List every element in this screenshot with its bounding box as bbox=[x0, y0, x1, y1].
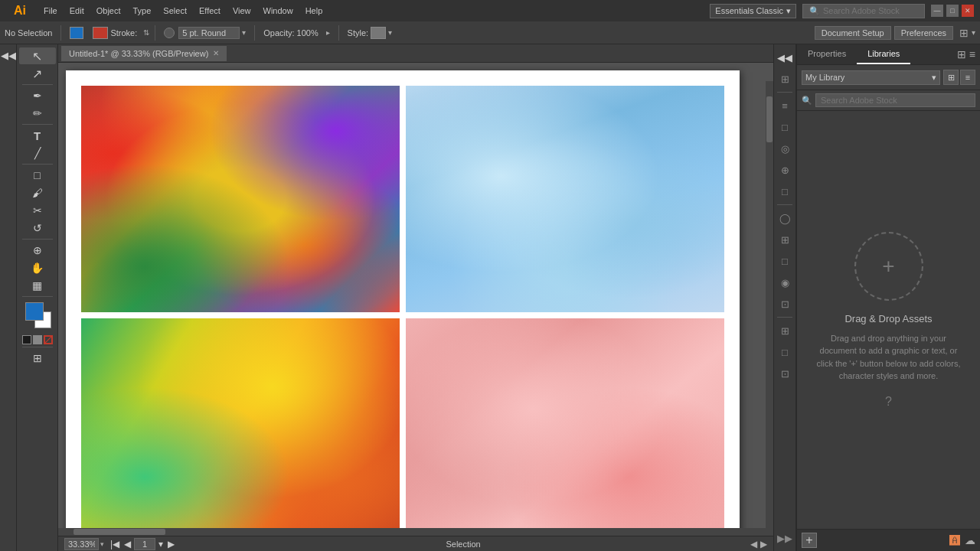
zoom-input[interactable] bbox=[64, 538, 99, 550]
menu-type[interactable]: Type bbox=[128, 5, 157, 17]
nav-dropdown-button[interactable]: ▾ bbox=[157, 539, 165, 549]
page-input[interactable] bbox=[134, 538, 155, 550]
opacity-arrow-icon[interactable]: ▸ bbox=[326, 28, 330, 37]
fill-color-swatch[interactable] bbox=[67, 25, 87, 41]
strip-icon-6[interactable]: ◯ bbox=[775, 208, 795, 228]
minimize-button[interactable]: — bbox=[931, 5, 943, 17]
rotate-tool-icon: ↺ bbox=[33, 222, 42, 234]
hand-tool-button[interactable]: ✋ bbox=[19, 259, 56, 276]
document-setup-button[interactable]: Document Setup bbox=[815, 26, 891, 40]
strip-icon-11[interactable]: ⊞ bbox=[775, 321, 795, 341]
vertical-scrollbar[interactable] bbox=[766, 81, 773, 536]
pencil-tool-button[interactable]: ✏ bbox=[19, 105, 56, 122]
library-grid-view-button[interactable]: ⊞ bbox=[943, 70, 959, 85]
tab-properties[interactable]: Properties bbox=[797, 44, 857, 64]
color-mode-switches bbox=[22, 335, 53, 344]
weight-dropdown-icon[interactable]: ▾ bbox=[242, 28, 246, 37]
library-dropdown[interactable]: My Library ▾ bbox=[802, 70, 940, 85]
gradient-tool-button[interactable]: ▦ bbox=[19, 277, 56, 294]
stroke-color-box[interactable] bbox=[93, 27, 108, 39]
black-sq[interactable] bbox=[22, 335, 31, 344]
style-box[interactable] bbox=[371, 27, 386, 39]
stock-search-input[interactable] bbox=[823, 6, 915, 15]
preferences-button[interactable]: Preferences bbox=[894, 26, 953, 40]
menu-file[interactable]: File bbox=[38, 5, 63, 17]
zoom-tool-button[interactable]: ⊕ bbox=[19, 242, 56, 259]
tab-title: Untitled-1* @ 33.33% (RGB/Preview) bbox=[69, 49, 208, 58]
tab-close-button[interactable]: ✕ bbox=[213, 49, 219, 57]
strip-icon-10[interactable]: ⊡ bbox=[775, 294, 795, 314]
style-dropdown-icon[interactable]: ▾ bbox=[388, 28, 392, 37]
stock-search-box[interactable]: 🔍 bbox=[802, 4, 925, 18]
menu-window[interactable]: Window bbox=[258, 5, 299, 17]
zoom-dropdown-icon[interactable]: ▾ bbox=[100, 540, 104, 548]
menu-select[interactable]: Select bbox=[158, 5, 192, 17]
adobe-icon: 🅰 bbox=[949, 534, 960, 546]
strip-icon-13[interactable]: ⊡ bbox=[775, 364, 795, 383]
line-tool-button[interactable]: ╱ bbox=[19, 145, 56, 161]
collapse-left-button[interactable]: ◀◀ bbox=[1, 47, 16, 63]
pen-tool-button[interactable]: ✒ bbox=[19, 87, 56, 104]
menu-view[interactable]: View bbox=[227, 5, 256, 17]
panel-tabs: Properties Libraries ⊞ ≡ bbox=[797, 44, 980, 65]
paintbrush-tool-button[interactable]: 🖌 bbox=[19, 184, 56, 201]
drag-drop-circle: + bbox=[854, 232, 923, 301]
menu-help[interactable]: Help bbox=[300, 5, 328, 17]
nav-next-button[interactable]: ▶ bbox=[166, 539, 176, 549]
strip-icon-3[interactable]: ◎ bbox=[775, 139, 795, 158]
fill-swatch[interactable] bbox=[25, 302, 44, 321]
lib-search-input[interactable] bbox=[815, 93, 975, 107]
menu-object[interactable]: Object bbox=[91, 5, 126, 17]
panel-grid-icon[interactable]: ⊞ bbox=[957, 48, 966, 60]
panel-add-button[interactable]: + bbox=[802, 533, 817, 548]
maximize-button[interactable]: □ bbox=[946, 5, 959, 17]
workspace-selector[interactable]: Essentials Classic ▾ bbox=[710, 4, 796, 18]
strip-icon-12[interactable]: □ bbox=[775, 342, 795, 362]
search-icon: 🔍 bbox=[809, 6, 820, 16]
panel-align-icon[interactable]: ⊞ bbox=[775, 69, 795, 89]
nav-first-button[interactable]: |◀ bbox=[109, 539, 121, 549]
strip-icon-4[interactable]: ⊕ bbox=[775, 160, 795, 180]
menu-effect[interactable]: Effect bbox=[194, 5, 226, 17]
symbol-sprayer-button[interactable]: ⊞ bbox=[19, 350, 56, 367]
left-collapse-bar: ◀◀ bbox=[0, 44, 17, 551]
nav-prev-button[interactable]: ◀ bbox=[122, 539, 132, 549]
menu-bar: File Edit Object Type Select Effect View… bbox=[38, 5, 328, 17]
lib-search-icon: 🔍 bbox=[802, 96, 812, 106]
selection-tool-button[interactable]: ↖ bbox=[19, 47, 56, 64]
strip-icon-5[interactable]: □ bbox=[775, 181, 795, 201]
strip-icon-8[interactable]: □ bbox=[775, 251, 795, 271]
horizontal-scrollbar-thumb[interactable] bbox=[74, 529, 165, 535]
none-indicator bbox=[45, 337, 51, 343]
canvas-image-rainbow bbox=[81, 86, 400, 312]
strip-icon-7[interactable]: ⊞ bbox=[775, 230, 795, 249]
menu-edit[interactable]: Edit bbox=[64, 5, 90, 17]
nav-arrow-left-icon[interactable]: ◀ bbox=[750, 539, 757, 549]
rotate-tool-button[interactable]: ↺ bbox=[19, 220, 56, 236]
panel-toggle-top[interactable]: ◀◀ bbox=[775, 47, 795, 67]
document-tab[interactable]: Untitled-1* @ 33.33% (RGB/Preview) ✕ bbox=[61, 46, 227, 61]
library-list-view-button[interactable]: ≡ bbox=[960, 70, 975, 85]
strip-icon-1[interactable]: ≡ bbox=[775, 96, 795, 116]
close-button[interactable]: ✕ bbox=[962, 5, 974, 17]
help-icon[interactable]: ? bbox=[885, 395, 892, 409]
outline-sq[interactable] bbox=[44, 335, 53, 344]
gray-sq[interactable] bbox=[33, 335, 42, 344]
canvas-scroll-area[interactable] bbox=[58, 63, 773, 536]
nav-arrow-right-icon[interactable]: ▶ bbox=[760, 539, 767, 549]
tab-libraries[interactable]: Libraries bbox=[857, 44, 910, 64]
opacity-input[interactable] bbox=[297, 28, 324, 37]
type-tool-button[interactable]: T bbox=[19, 127, 56, 144]
weight-input[interactable] bbox=[178, 27, 240, 39]
strip-icon-9[interactable]: ◉ bbox=[775, 272, 795, 292]
strip-icon-2[interactable]: □ bbox=[775, 117, 795, 137]
scissors-tool-button[interactable]: ✂ bbox=[19, 202, 56, 219]
tool-sidebar: ↖ ↗ ✒ ✏ T ╱ □ 🖌 ✂ ↺ bbox=[17, 44, 58, 551]
expand-panel-icon[interactable]: ▶▶ bbox=[775, 528, 795, 548]
transform-chevron[interactable]: ▾ bbox=[972, 28, 975, 37]
direct-selection-tool-button[interactable]: ↗ bbox=[19, 65, 56, 82]
panel-menu-icon[interactable]: ≡ bbox=[969, 48, 975, 60]
rect-tool-button[interactable]: □ bbox=[19, 167, 56, 184]
vertical-scrollbar-thumb[interactable] bbox=[766, 96, 773, 142]
horizontal-scrollbar[interactable] bbox=[58, 528, 773, 536]
